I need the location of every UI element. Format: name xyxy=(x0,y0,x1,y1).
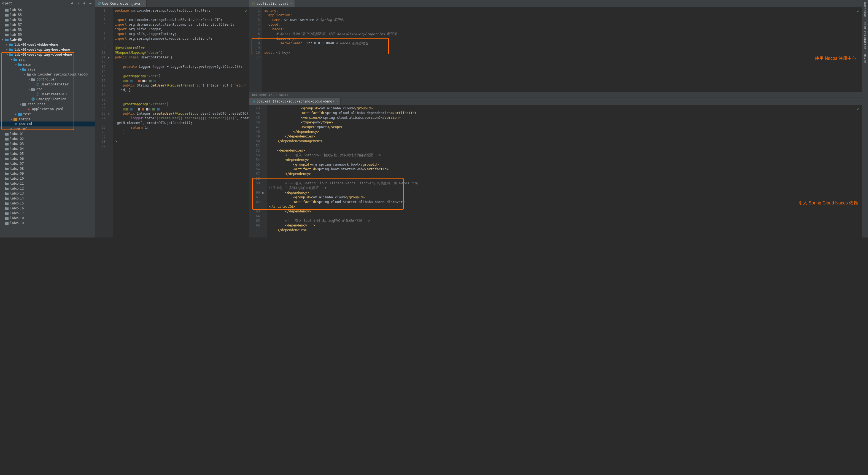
locate-icon[interactable]: ⊕ xyxy=(70,1,74,5)
tree-item-test[interactable]: ▶test xyxy=(0,112,95,117)
tree-item-target[interactable]: ▶target xyxy=(0,117,95,122)
tree-item-labx-12[interactable]: labx-12 xyxy=(0,186,95,191)
tree-item-labx-01[interactable]: labx-01 xyxy=(0,131,95,136)
code-area-yaml[interactable]: 1 2 3 4 5 6 7 8 9 10 17 spring: applicat… xyxy=(249,7,862,92)
tree-item-src[interactable]: ▼src xyxy=(0,57,95,62)
tree-item-lab-54[interactable]: lab-54 xyxy=(0,7,95,12)
tree-item-labx-13[interactable]: labx-13 xyxy=(0,191,95,196)
editor-tabs-yaml: ⬡ application.yaml × xyxy=(249,0,862,7)
tree-item-labx-14[interactable]: labx-14 xyxy=(0,196,95,201)
line-gutter: 1 2 3 4 5 6 7 8 9 10 17 xyxy=(249,7,262,92)
sidebar-title: oject xyxy=(2,1,68,5)
tree-item-labx-10[interactable]: labx-10 xyxy=(0,176,95,181)
yaml-icon: ⬡ xyxy=(252,2,255,5)
tree-item-lab-55[interactable]: lab-55 xyxy=(0,12,95,18)
tree-item-lab-60-soul-spring-boot-demo[interactable]: ▶lab-60-soul-spring-boot-demo xyxy=(0,47,95,52)
tree-item-labx-05[interactable]: labx-05 xyxy=(0,151,95,156)
right-top-panel: ⬡ application.yaml × 1 2 3 4 5 6 7 8 9 1… xyxy=(249,0,862,98)
tree-item-lab-58[interactable]: lab-58 xyxy=(0,27,95,32)
toolwindow-database[interactable]: Database xyxy=(863,2,867,17)
tree-item-demoapplication[interactable]: ⒸDemoApplication xyxy=(0,97,95,102)
gutter-marks: — ◐ xyxy=(262,105,267,238)
project-sidebar: oject ⊕ ↕ ⚙ — lab-54lab-55lab-56lab-57la… xyxy=(0,0,95,238)
tree-item-resources[interactable]: ▼resources xyxy=(0,102,95,107)
close-icon[interactable]: × xyxy=(337,99,338,103)
code-content[interactable]: spring: application: name: sc-user-servi… xyxy=(262,7,862,92)
code-area-pom[interactable]: 43 44 45 46 47 48 49 50 51 52 53 54 55 5… xyxy=(249,105,862,238)
project-tree[interactable]: lab-54lab-55lab-56lab-57lab-58lab-59▼lab… xyxy=(0,7,95,238)
right-toolstrip: DatabaseBean ValidationMaven xyxy=(862,0,868,238)
tree-item-labx-07[interactable]: labx-07 xyxy=(0,161,95,166)
tree-item-lab-60[interactable]: ▼lab-60 xyxy=(0,37,95,42)
toolwindow-maven[interactable]: Maven xyxy=(863,54,867,63)
tree-item-labx-06[interactable]: labx-06 xyxy=(0,156,95,161)
collapse-icon[interactable]: — xyxy=(88,1,93,5)
inspection-ok-icon: ✔ xyxy=(857,9,860,13)
tree-item-pom-xml[interactable]: mpom.xml xyxy=(0,122,95,126)
editor-panel-left: Ⓒ UserController.java × 1 2 3 4 5 6 7 8 … xyxy=(95,0,249,238)
tree-item-main[interactable]: ▼main xyxy=(0,62,95,67)
tree-item-lab-57[interactable]: lab-57 xyxy=(0,22,95,27)
tree-item-labx-04[interactable]: labx-04 xyxy=(0,146,95,151)
tree-item-labx-18[interactable]: labx-18 xyxy=(0,216,95,221)
editor-panel-right: ⬡ application.yaml × 1 2 3 4 5 6 7 8 9 1… xyxy=(249,0,862,238)
code-content[interactable]: <groupId>com.alibaba.cloud</groupId> <ar… xyxy=(267,105,862,238)
maven-icon: m xyxy=(252,99,255,103)
close-icon[interactable]: × xyxy=(142,2,144,5)
tab-label: pom.xml (lab-60-soul-spring-cloud-demo) xyxy=(256,99,334,103)
tab-usercontroller[interactable]: Ⓒ UserController.java × xyxy=(95,0,147,7)
tree-item-pom-xml[interactable]: mpom.xml xyxy=(0,126,95,131)
tree-item-usercontroller[interactable]: ⒸUserController xyxy=(0,82,95,87)
tree-item-labx-16[interactable]: labx-16 xyxy=(0,206,95,211)
expand-icon[interactable]: ↕ xyxy=(76,1,81,5)
close-icon[interactable]: × xyxy=(291,2,292,5)
tab-pom-xml[interactable]: m pom.xml (lab-60-soul-spring-cloud-demo… xyxy=(249,98,341,105)
java-class-icon: Ⓒ xyxy=(97,2,101,5)
code-content[interactable]: package cn.iocoder.springcloud.lab60.con… xyxy=(113,7,249,238)
tree-item-lab-59[interactable]: lab-59 xyxy=(0,32,95,37)
tab-label: UserController.java xyxy=(102,2,140,5)
tree-item-controller[interactable]: ▼controller xyxy=(0,77,95,82)
editor-tabs-pom: m pom.xml (lab-60-soul-spring-cloud-demo… xyxy=(249,98,862,105)
tree-item-lab-60-soul-dubbo-demo[interactable]: ▶lab-60-soul-dubbo-demo xyxy=(0,42,95,47)
tree-item-labx-08[interactable]: labx-08 xyxy=(0,166,95,171)
sidebar-header: oject ⊕ ↕ ⚙ — xyxy=(0,0,95,7)
tree-item-lab-56[interactable]: lab-56 xyxy=(0,18,95,22)
tree-item-lab-60-soul-spring-cloud-demo[interactable]: ▼lab-60-soul-spring-cloud-demo xyxy=(0,52,95,57)
editor-area: Ⓒ UserController.java × 1 2 3 4 5 6 7 8 … xyxy=(95,0,862,238)
gear-icon[interactable]: ⚙ xyxy=(82,1,87,5)
tree-item-labx-17[interactable]: labx-17 xyxy=(0,211,95,216)
toolwindow-bean-validation[interactable]: Bean Validation xyxy=(863,22,867,49)
breadcrumb-path: soul: xyxy=(279,93,288,97)
tree-item-cn-iocoder-springcloud-lab60[interactable]: ▼cn.iocoder.springcloud.lab60 xyxy=(0,72,95,77)
tree-item-usercreatedto[interactable]: ⒸUserCreateDTO xyxy=(0,92,95,97)
tab-label: application.yaml xyxy=(256,2,288,5)
tree-item-labx-02[interactable]: labx-02 xyxy=(0,136,95,141)
tree-item-application-yaml[interactable]: ◆application.yaml xyxy=(0,107,95,112)
right-bottom-panel: m pom.xml (lab-60-soul-spring-cloud-demo… xyxy=(249,98,862,238)
tree-item-labx-15[interactable]: labx-15 xyxy=(0,201,95,206)
line-gutter: 43 44 45 46 47 48 49 50 51 52 53 54 55 5… xyxy=(249,105,262,238)
code-area-left[interactable]: 1 2 3 4 5 6 7 8 9 10 11 12 13 14 15 16 1… xyxy=(95,7,249,238)
editor-tabs-left: Ⓒ UserController.java × xyxy=(95,0,249,7)
breadcrumb-yaml[interactable]: Document 1/1 › soul: xyxy=(249,92,862,98)
tree-item-labx-11[interactable]: labx-11 xyxy=(0,181,95,186)
tree-item-labx-03[interactable]: labx-03 xyxy=(0,141,95,146)
gutter-marks: ● @ xyxy=(108,7,113,238)
line-gutter: 1 2 3 4 5 6 7 8 9 10 11 12 13 14 15 16 1… xyxy=(95,7,108,238)
tree-item-java[interactable]: ▼java xyxy=(0,67,95,72)
tab-application-yaml[interactable]: ⬡ application.yaml × xyxy=(249,0,295,7)
inspection-ok-icon: ✔ xyxy=(857,107,860,111)
breadcrumb-doc: Document 1/1 xyxy=(252,93,274,97)
tree-item-dto[interactable]: ▼dto xyxy=(0,87,95,92)
tree-item-labx-09[interactable]: labx-09 xyxy=(0,171,95,176)
tree-item-labx-19[interactable]: labx-19 xyxy=(0,221,95,226)
inspection-ok-icon: ✔ xyxy=(245,9,247,13)
chevron-right-icon: › xyxy=(276,93,278,97)
